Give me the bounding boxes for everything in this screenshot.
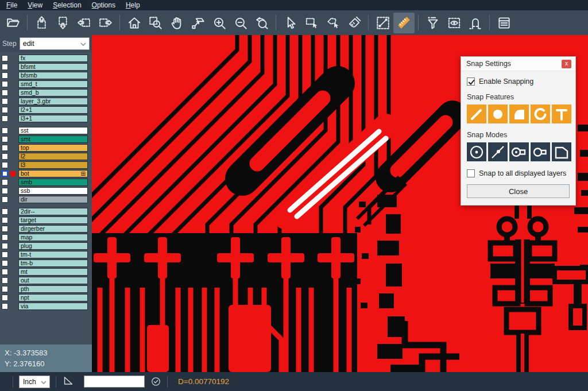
layer-row-bfsmb[interactable]: bfsmb bbox=[0, 72, 92, 79]
layer-name[interactable]: l3+1 bbox=[18, 115, 88, 122]
layer-name[interactable]: smd_t bbox=[18, 80, 88, 88]
measure-distance-button[interactable] bbox=[372, 13, 393, 33]
layer-visibility-checkbox[interactable] bbox=[2, 90, 8, 96]
layer-visibility-checkbox[interactable] bbox=[2, 188, 8, 194]
enable-snapping-row[interactable]: Enable Snapping bbox=[467, 78, 570, 86]
layer-row-smb[interactable]: smb bbox=[0, 179, 92, 186]
snap-mode-pad-slot-button[interactable] bbox=[509, 142, 529, 161]
layer-row-fx[interactable]: fx bbox=[0, 55, 92, 62]
layer-visibility-checkbox[interactable] bbox=[2, 226, 8, 232]
layer-visibility-checkbox[interactable] bbox=[2, 145, 8, 151]
snap-feature-arc-button[interactable] bbox=[531, 104, 550, 123]
layer-name[interactable]: ssb bbox=[18, 187, 88, 195]
snap-mode-point-on-line-button[interactable] bbox=[488, 142, 508, 161]
layer-row-smt[interactable]: smt bbox=[0, 136, 92, 143]
layer-name[interactable]: bfsmt bbox=[18, 63, 88, 71]
layer-visibility-checkbox[interactable] bbox=[2, 295, 8, 301]
enable-snapping-checkbox[interactable] bbox=[467, 78, 475, 86]
layer-row-bot[interactable]: bot⊞ bbox=[0, 170, 92, 177]
layer-row-smd_t[interactable]: smd_t bbox=[0, 80, 92, 88]
layer-name[interactable]: npt bbox=[18, 294, 88, 301]
layer-row-out[interactable]: out bbox=[0, 277, 92, 284]
all-layers-checkbox[interactable] bbox=[467, 169, 475, 177]
menu-file[interactable]: File bbox=[1, 1, 22, 10]
layer-visibility-checkbox[interactable] bbox=[2, 269, 8, 275]
open-folder-button[interactable] bbox=[2, 13, 24, 33]
layer-name[interactable]: tm-t bbox=[18, 251, 88, 258]
layer-name[interactable]: sst bbox=[18, 127, 88, 134]
snap-feature-pad-button[interactable] bbox=[488, 104, 508, 123]
layer-name[interactable]: pth bbox=[18, 285, 88, 293]
apply-check-icon[interactable] bbox=[150, 376, 161, 387]
import-right-button[interactable] bbox=[95, 13, 116, 33]
layer-row-tm-b[interactable]: tm-b bbox=[0, 260, 92, 267]
layer-name[interactable]: bfsmb bbox=[18, 72, 88, 79]
layer-row-dir[interactable]: dir bbox=[0, 196, 92, 203]
menu-selection[interactable]: Selection bbox=[48, 1, 86, 10]
layer-visibility-checkbox[interactable] bbox=[2, 251, 8, 258]
layer-row-via[interactable]: via bbox=[0, 303, 92, 310]
layer-visibility-checkbox[interactable] bbox=[2, 208, 8, 215]
layer-name[interactable]: top bbox=[18, 144, 88, 152]
dialog-titlebar[interactable]: Snap Settings x bbox=[461, 57, 575, 71]
layer-name[interactable]: target bbox=[18, 216, 88, 224]
layer-name[interactable]: smd_b bbox=[18, 89, 88, 96]
dialog-close-action-button[interactable]: Close bbox=[467, 184, 570, 198]
layer-row-plug[interactable]: plug bbox=[0, 242, 92, 250]
pan-hand-button[interactable] bbox=[166, 13, 187, 33]
layer-row-l2[interactable]: l2 bbox=[0, 153, 92, 160]
layer-row-map[interactable]: map bbox=[0, 234, 92, 241]
layer-row-top[interactable]: top bbox=[0, 144, 92, 152]
layer-name[interactable]: plug bbox=[18, 242, 88, 250]
dialog-close-button[interactable]: x bbox=[562, 60, 571, 68]
layer-name[interactable]: l3 bbox=[18, 161, 88, 169]
layer-row-target[interactable]: target bbox=[0, 216, 92, 224]
ruler-measure-button[interactable] bbox=[393, 13, 415, 33]
layer-visibility-checkbox[interactable] bbox=[2, 286, 8, 292]
snap-feature-surface-button[interactable] bbox=[509, 104, 529, 123]
layer-row-npt[interactable]: npt bbox=[0, 294, 92, 301]
filter-button[interactable] bbox=[422, 13, 443, 33]
snap-feature-line-button[interactable] bbox=[467, 104, 486, 123]
all-layers-row[interactable]: Snap to all displayed layers bbox=[467, 169, 570, 177]
layer-name[interactable]: tm-b bbox=[18, 260, 88, 267]
layer-visibility-checkbox[interactable] bbox=[2, 234, 8, 241]
layer-visibility-checkbox[interactable] bbox=[2, 196, 8, 203]
layer-name[interactable]: bot⊞ bbox=[18, 170, 88, 177]
layer-name[interactable]: fx bbox=[18, 55, 88, 62]
snap-mode-surface-corner-button[interactable] bbox=[552, 142, 571, 161]
layer-row-l3[interactable]: l3 bbox=[0, 161, 92, 169]
select-polygon-button[interactable] bbox=[322, 13, 343, 33]
layer-visibility-checkbox[interactable] bbox=[2, 64, 8, 70]
layer-visibility-checkbox[interactable] bbox=[2, 81, 8, 87]
unit-select[interactable]: Inch bbox=[19, 375, 50, 388]
layer-name[interactable]: via bbox=[18, 303, 88, 310]
import-left-button[interactable] bbox=[74, 13, 95, 33]
layer-name[interactable]: l2 bbox=[18, 153, 88, 160]
import-down-button[interactable] bbox=[52, 13, 74, 33]
layer-name[interactable]: dirgerber bbox=[18, 225, 88, 233]
menu-help[interactable]: Help bbox=[121, 1, 145, 10]
step-select[interactable]: edit bbox=[20, 37, 90, 50]
layer-name[interactable]: smb bbox=[18, 179, 88, 186]
layer-row-dirgerber[interactable]: dirgerber bbox=[0, 225, 92, 233]
snap-magnet-button[interactable] bbox=[465, 13, 486, 33]
layer-row-l3+1[interactable]: l3+1 bbox=[0, 115, 92, 122]
layer-row-l2+1[interactable]: l2+1 bbox=[0, 106, 92, 114]
snap-feature-text-button[interactable] bbox=[552, 104, 571, 123]
layer-name[interactable]: 2dir-- bbox=[18, 208, 88, 215]
layer-name[interactable]: map bbox=[18, 234, 88, 241]
menu-options[interactable]: Options bbox=[87, 1, 121, 10]
layer-row-tm-t[interactable]: tm-t bbox=[0, 251, 92, 258]
import-up-button[interactable] bbox=[31, 13, 52, 33]
view-area-eye-button[interactable] bbox=[443, 13, 465, 33]
home-view-button[interactable] bbox=[123, 13, 145, 33]
layer-row-pth[interactable]: pth bbox=[0, 285, 92, 293]
layer-row-bfsmt[interactable]: bfsmt bbox=[0, 63, 92, 71]
layer-row-layer_3.gbr[interactable]: layer_3.gbr bbox=[0, 98, 92, 105]
layer-name[interactable]: out bbox=[18, 277, 88, 284]
layer-visibility-checkbox[interactable] bbox=[2, 136, 8, 142]
layer-name[interactable]: smt bbox=[18, 136, 88, 143]
layer-name[interactable]: dir bbox=[18, 196, 88, 203]
report-list-button[interactable] bbox=[493, 13, 514, 33]
